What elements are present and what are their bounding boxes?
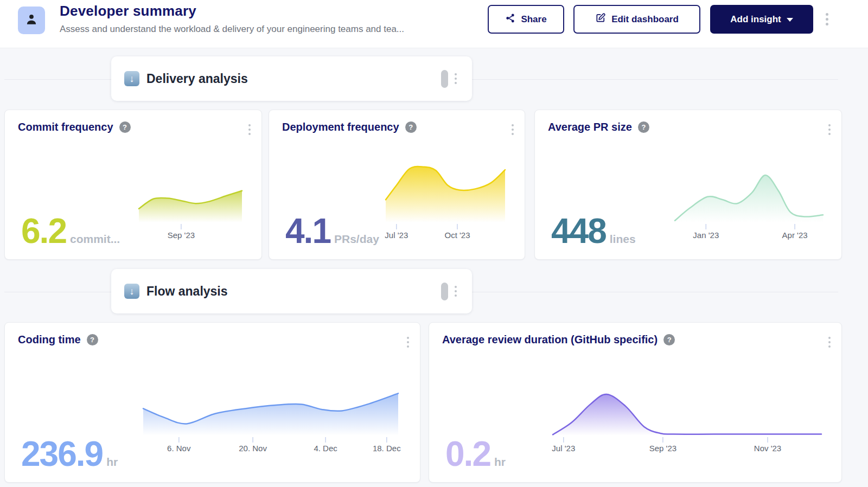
metric-value: 6.2 (21, 214, 66, 248)
top-header: Developer summary Assess and understand … (0, 0, 868, 48)
area-chart-average-review-duration: Jul '23Sep '23Nov '23 (553, 392, 821, 454)
svg-text:Apr '23: Apr '23 (782, 230, 808, 240)
add-insight-button-label: Add insight (730, 14, 781, 25)
header-kebab-menu[interactable] (824, 11, 831, 28)
help-icon[interactable]: ? (638, 121, 649, 133)
share-button[interactable]: Share (488, 5, 564, 34)
page-subtitle: Assess and understand the workload & del… (60, 24, 404, 35)
area-chart-deployment-frequency: Jul '23Oct '23 (386, 163, 505, 241)
section-title: Flow analysis (146, 284, 228, 299)
help-icon[interactable]: ? (119, 121, 131, 133)
svg-text:Sep '23: Sep '23 (649, 444, 676, 453)
svg-text:18. Dec: 18. Dec (373, 444, 401, 453)
metric-value: 0.2 (445, 437, 490, 471)
metric-card-average-pr-size: Average PR size ? 448 lines Jan '23Apr '… (534, 110, 842, 260)
metric-value: 4.1 (285, 214, 330, 248)
card-kebab-menu[interactable] (405, 335, 411, 350)
area-chart-coding-time: 6. Nov20. Nov4. Dec18. Dec (143, 392, 398, 454)
metric-unit: lines (610, 233, 636, 246)
svg-text:Oct '23: Oct '23 (444, 230, 470, 240)
card-title: Commit frequency (18, 121, 113, 133)
metric-card-commit-frequency: Commit frequency ? 6.2 commit... Sep '23 (4, 110, 262, 260)
down-arrow-emoji-icon: ↓ (124, 284, 139, 299)
card-kebab-menu[interactable] (826, 335, 833, 350)
help-icon[interactable]: ? (663, 334, 675, 345)
drag-handle[interactable] (441, 70, 448, 88)
metric-unit: PRs/day (334, 233, 379, 246)
svg-text:4. Dec: 4. Dec (314, 444, 337, 453)
edit-dashboard-button[interactable]: Edit dashboard (573, 5, 700, 34)
metric-unit: commit... (70, 233, 120, 246)
svg-text:6. Nov: 6. Nov (167, 444, 191, 453)
svg-text:Jan '23: Jan '23 (693, 230, 719, 240)
down-arrow-emoji-icon: ↓ (124, 71, 139, 86)
card-title: Coding time (18, 334, 81, 346)
svg-text:Jul '23: Jul '23 (385, 230, 408, 240)
card-title: Deployment frequency (282, 121, 399, 133)
add-insight-button[interactable]: Add insight (710, 5, 813, 34)
card-title: Average PR size (548, 121, 632, 133)
help-icon[interactable]: ? (405, 121, 417, 133)
chevron-down-icon (787, 18, 793, 22)
metric-value: 236.9 (21, 437, 103, 471)
area-chart-commit-frequency: Sep '23 (139, 190, 242, 241)
card-kebab-menu[interactable] (826, 122, 833, 137)
svg-text:Sep '23: Sep '23 (168, 230, 195, 240)
section-kebab-menu[interactable] (452, 71, 459, 86)
section-header-flow-analysis: ↓ Flow analysis (111, 269, 472, 313)
metric-value: 448 (551, 214, 606, 248)
svg-text:Jul '23: Jul '23 (552, 444, 575, 453)
svg-text:Nov '23: Nov '23 (754, 444, 781, 453)
svg-text:20. Nov: 20. Nov (239, 444, 267, 453)
card-kebab-menu[interactable] (246, 122, 253, 137)
area-chart-average-pr-size: Jan '23Apr '23 (675, 165, 823, 241)
section-header-delivery-analysis: ↓ Delivery analysis (111, 56, 472, 101)
person-icon (24, 12, 39, 29)
metric-unit: hr (106, 456, 118, 469)
metric-card-deployment-frequency: Deployment frequency ? 4.1 PRs/day Jul '… (269, 110, 525, 260)
avatar (18, 7, 45, 34)
help-icon[interactable]: ? (87, 334, 98, 345)
section-kebab-menu[interactable] (452, 284, 459, 299)
card-title: Average review duration (GitHub specific… (442, 334, 658, 346)
drag-handle[interactable] (441, 283, 448, 300)
section-title: Delivery analysis (146, 72, 248, 86)
share-icon (505, 13, 515, 26)
card-kebab-menu[interactable] (509, 122, 516, 137)
metric-card-coding-time: Coding time ? 236.9 hr 6. Nov20. Nov4. D… (4, 322, 420, 483)
edit-icon (595, 12, 606, 26)
metric-unit: hr (494, 456, 506, 469)
edit-dashboard-button-label: Edit dashboard (611, 14, 679, 25)
metric-card-average-review-duration: Average review duration (GitHub specific… (429, 322, 842, 483)
page-title: Developer summary (60, 3, 196, 20)
share-button-label: Share (521, 14, 546, 25)
